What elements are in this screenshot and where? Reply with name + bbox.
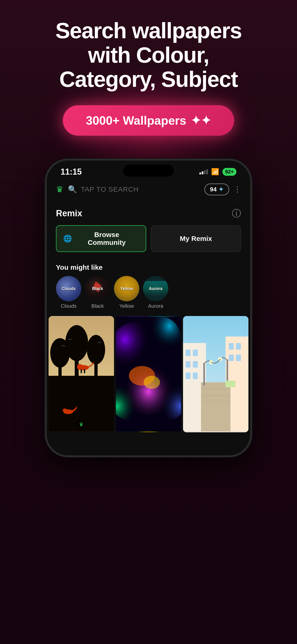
remix-section: Remix ⓘ 🌐 Browse Community My Remix — [47, 200, 250, 264]
chip-label-black: Black — [92, 303, 104, 309]
svg-rect-25 — [186, 350, 190, 356]
dynamic-island — [123, 165, 174, 177]
svg-rect-40 — [203, 363, 205, 386]
abstract-scene — [116, 316, 181, 432]
svg-rect-44 — [226, 381, 236, 387]
wifi-icon: 📶 — [211, 168, 219, 176]
svg-rect-10 — [80, 369, 82, 373]
wallpaper-item-abstract[interactable] — [116, 316, 181, 432]
search-field[interactable]: 🔍 TAP TO SEARCH — [68, 185, 200, 194]
svg-point-6 — [65, 325, 88, 361]
might-like-section: You might like Clouds Clouds — [47, 264, 250, 314]
points-badge: 94 ✦ — [204, 184, 229, 195]
svg-rect-34 — [229, 354, 234, 361]
globe-icon: 🌐 — [63, 234, 72, 242]
chip-image-clouds: Clouds — [56, 276, 81, 301]
chip-image-black: Black — [85, 276, 110, 301]
category-chip-aurora[interactable]: Aurora Aurora — [143, 276, 168, 309]
tab-browse-community[interactable]: 🌐 Browse Community — [56, 225, 146, 252]
category-chip-black[interactable]: Black Black — [85, 276, 110, 309]
svg-rect-27 — [186, 361, 190, 367]
svg-point-21 — [144, 376, 160, 389]
tab-buttons: 🌐 Browse Community My Remix — [56, 225, 241, 252]
svg-point-16 — [142, 317, 181, 363]
chip-label-clouds: Clouds — [61, 303, 76, 309]
status-time: 11:15 — [60, 167, 82, 177]
might-like-title: You might like — [56, 264, 241, 271]
chip-label-yellow: Yellow — [120, 303, 134, 309]
chip-text-clouds: Clouds — [62, 286, 76, 291]
more-options-icon[interactable]: ⋮ — [234, 185, 241, 194]
search-bar[interactable]: ♛ 🔍 TAP TO SEARCH 94 ✦ ⋮ — [47, 179, 250, 200]
wallpaper-item-street[interactable] — [183, 316, 248, 432]
svg-rect-26 — [193, 350, 198, 356]
svg-point-7 — [87, 335, 105, 364]
svg-point-9 — [77, 364, 82, 368]
points-value: 94 — [210, 186, 217, 193]
chip-text-black: Black — [92, 286, 103, 291]
svg-point-13 — [62, 408, 67, 412]
wallpaper-item-fox[interactable]: ♛ — [48, 316, 114, 432]
crown-icon[interactable]: ♛ — [56, 184, 63, 194]
svg-rect-29 — [186, 372, 190, 379]
help-icon[interactable]: ⓘ — [232, 207, 241, 220]
hero-title: Search wallpapers with Colour, Category,… — [45, 18, 252, 92]
wallpaper-grid: ♛ — [47, 314, 250, 435]
tab-my-remix[interactable]: My Remix — [151, 225, 241, 252]
svg-rect-11 — [84, 369, 85, 373]
phone-mockup: 11:15 📶 92+ — [45, 159, 252, 457]
points-star-icon: ✦ — [218, 186, 224, 193]
status-bar: 11:15 📶 92+ — [47, 160, 250, 179]
search-placeholder[interactable]: TAP TO SEARCH — [81, 186, 138, 193]
app-content: ♛ 🔍 TAP TO SEARCH 94 ✦ ⋮ Remix — [47, 179, 250, 455]
tab-my-remix-label: My Remix — [180, 235, 212, 242]
cta-button[interactable]: 3000+ Wallpapers ✦✦ — [63, 105, 234, 136]
cta-label: 3000+ Wallpapers — [86, 114, 186, 127]
search-icon: 🔍 — [68, 185, 77, 194]
remix-header: Remix ⓘ — [56, 207, 241, 220]
battery-indicator: 92+ — [222, 168, 236, 176]
chip-image-yellow: Yellow — [114, 276, 139, 301]
svg-rect-35 — [236, 354, 241, 361]
chip-text-yellow: Yellow — [120, 286, 133, 291]
sparkle-icon: ✦✦ — [191, 114, 211, 127]
svg-rect-33 — [236, 343, 241, 350]
category-chip-yellow[interactable]: Yellow Yellow — [114, 276, 139, 309]
fox-scene — [48, 316, 114, 432]
svg-rect-30 — [193, 372, 198, 379]
signal-icon — [200, 169, 208, 174]
status-right: 📶 92+ — [200, 168, 236, 176]
category-chips: Clouds Clouds Black Black — [56, 276, 241, 309]
tab-browse-label: Browse Community — [74, 231, 139, 246]
street-scene — [183, 316, 248, 432]
chip-image-aurora: Aurora — [143, 276, 168, 301]
svg-rect-36 — [201, 382, 230, 432]
phone-frame: 11:15 📶 92+ — [45, 159, 252, 457]
crown-badge: ♛ — [76, 420, 86, 430]
category-chip-clouds[interactable]: Clouds Clouds — [56, 276, 81, 309]
chip-label-aurora: Aurora — [148, 303, 163, 309]
svg-rect-32 — [229, 343, 234, 350]
chip-text-aurora: Aurora — [149, 286, 162, 291]
svg-rect-28 — [193, 361, 198, 367]
remix-title: Remix — [56, 208, 82, 218]
